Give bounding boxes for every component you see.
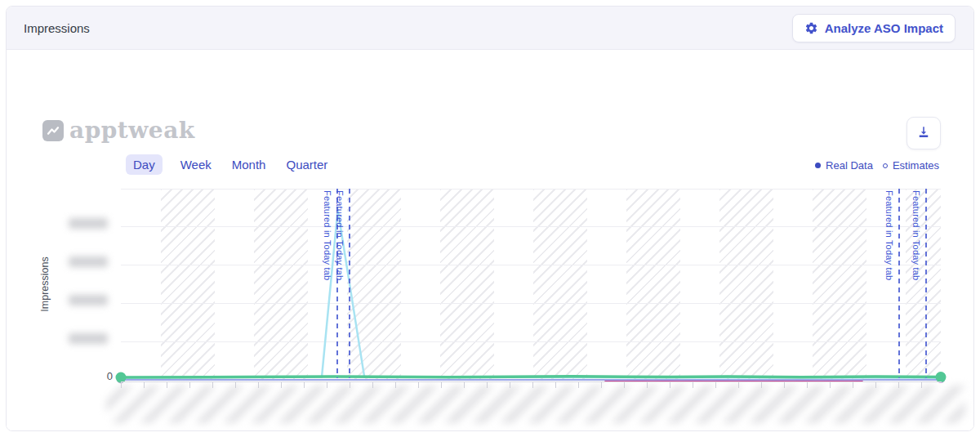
estimates-label: Estimates	[893, 159, 939, 172]
tab-quarter[interactable]: Quarter	[283, 154, 330, 175]
download-icon	[916, 125, 931, 142]
chart-panel: apptweak DayWeekMonthQuarter Real Data E…	[7, 50, 973, 430]
line-chart-icon	[42, 120, 64, 141]
granularity-tabs: DayWeekMonthQuarter	[126, 154, 330, 175]
gear-icon	[804, 21, 818, 35]
apptweak-logo: apptweak	[42, 117, 195, 144]
download-button[interactable]	[906, 117, 941, 149]
featured-annotation-label: Featured in Today tab	[884, 190, 894, 280]
featured-annotation-label: Featured in Today tab	[335, 190, 345, 280]
featured-annotation-line	[349, 189, 350, 378]
blurred-y-tick-label	[69, 218, 108, 229]
apptweak-logo-text: apptweak	[69, 117, 195, 144]
featured-annotation-line	[898, 189, 900, 378]
real-data-dot-icon	[815, 163, 821, 168]
tab-week[interactable]: Week	[178, 154, 214, 175]
series-line-app-store-browse	[121, 210, 941, 378]
tab-day[interactable]: Day	[126, 154, 163, 175]
featured-annotation-line	[925, 189, 927, 378]
card-header: Impressions Analyze ASO Impact	[7, 7, 973, 50]
real-data-label: Real Data	[826, 159, 873, 172]
blurred-y-tick-label	[69, 256, 108, 267]
estimates-dot-icon	[883, 163, 888, 168]
blurred-y-tick-label	[69, 295, 108, 305]
page-title: Impressions	[24, 21, 90, 35]
featured-annotation-label: Featured in Today tab	[911, 190, 921, 280]
analyze-aso-impact-button[interactable]: Analyze ASO Impact	[792, 14, 956, 42]
impressions-card: Impressions Analyze ASO Impact apptweak …	[6, 6, 974, 431]
tab-month[interactable]: Month	[229, 154, 269, 175]
y-axis-zero-tick-label: 0	[95, 370, 113, 382]
x-axis-labels-blurred	[106, 386, 965, 423]
analyze-aso-impact-label: Analyze ASO Impact	[825, 21, 943, 35]
series-line-web-referrer	[121, 377, 941, 377]
series-lines-svg	[121, 189, 941, 386]
featured-annotation-label: Featured in Today tab	[323, 190, 332, 280]
blurred-y-tick-label	[69, 333, 108, 344]
chart-plot-area[interactable]: 0 Featured in Today tabFeatured in Today…	[121, 189, 941, 379]
y-axis-title: Impressions	[39, 256, 51, 311]
data-type-legend: Real Data Estimates	[815, 159, 939, 172]
